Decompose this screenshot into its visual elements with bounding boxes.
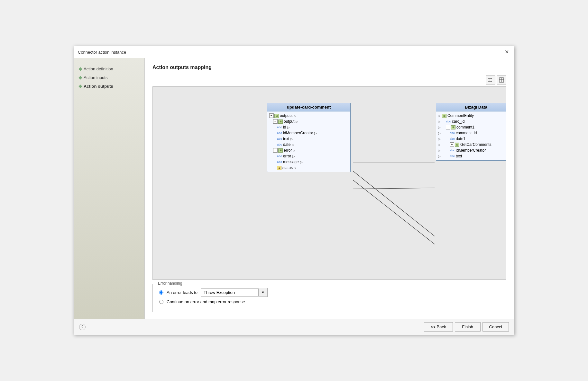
expand-icon[interactable]: − [269,113,274,118]
abc-icon: abc [450,137,455,141]
port-arrow: ▷ [294,166,297,170]
sidebar-label-action-definition: Action definition [84,66,113,71]
table-view-btn[interactable] [497,75,506,84]
tree-row: − ⊞ output ▷ [267,119,350,124]
port-arrow: ▷ [290,137,293,141]
expand-icon[interactable]: − [273,148,278,153]
svg-marker-3 [491,78,492,79]
box-icon: ⊞ [278,148,283,153]
dialog-body: Action definition Action inputs Action o… [74,58,514,319]
node-label: idMemberCreator [283,131,313,135]
tree-row: abc id ▷ [267,124,350,130]
box-icon: ⊞ [274,114,279,118]
box-icon: ⊞ [442,114,446,118]
sidebar-label-action-outputs: Action outputs [84,84,113,89]
tree-row: abc idMemberCreator ▷ [267,130,350,136]
close-button[interactable]: ✕ [503,49,510,55]
tree-row: abc text ▷ [267,136,350,142]
help-button[interactable]: ? [79,324,86,330]
node-label: output [284,119,294,124]
help-icon-label: ? [81,325,84,329]
tree-row: 1 status ▷ [267,165,350,171]
radio-continue-on-error[interactable] [159,300,163,304]
connector-action-dialog: Connector action instance ✕ Action defin… [74,46,514,335]
dropdown-arrow-btn[interactable]: ▼ [259,288,268,297]
table-icon [499,77,504,83]
mapping-canvas: update-card-comment − ⊞ outputs ▷ [153,87,506,279]
num-icon: 1 [277,166,281,170]
error-handling-panel: Error handling An error leads to Throw E… [152,284,506,312]
right-node-body: ▷ ⊞ CommentEntity ▷ abc card_id [436,111,506,160]
sidebar-item-action-outputs[interactable]: Action outputs [79,82,139,91]
error-dropdown: Throw Exception Continue on error ▼ [201,288,268,297]
left-node-header: update-card-comment [267,103,350,111]
abc-icon: abc [450,131,455,135]
mapping-icon [488,77,493,83]
abc-icon: abc [277,143,282,147]
error-handling-legend: Error handling [157,281,183,286]
node-label: text [283,137,289,141]
toolbar [152,75,506,84]
tree-row: ▷ abc text [436,153,506,159]
node-label: outputs [280,113,292,118]
left-node-body: − ⊞ outputs ▷ − ⊞ output ▷ [267,111,350,172]
page-title: Action outputs mapping [152,65,506,70]
radio-row-1: An error leads to Throw Exception Contin… [159,288,500,297]
footer-left: ? [79,324,86,330]
abc-icon: abc [277,160,282,164]
tree-row: ▷ − ⊞ comment1 [436,124,506,130]
right-node: Bizagi Data ▷ ⊞ CommentEntity [436,103,506,161]
node-label: idMemberCreator [456,148,486,153]
expand-icon[interactable]: − [273,119,278,124]
tree-row: ▷ abc comment_id [436,130,506,136]
node-label: error [283,154,291,158]
port-arrow-left: ▷ [438,149,441,152]
port-arrow-left: ▷ [438,143,441,146]
node-label: date1 [456,137,465,141]
tree-row: abc date ▷ [267,142,350,147]
expand-icon[interactable]: + [450,142,454,147]
box-icon: ⊞ [455,143,459,147]
radio-label-1: An error leads to [167,290,198,295]
port-arrow: ▷ [300,160,303,164]
abc-icon: abc [450,148,455,153]
finish-button[interactable]: Finish [455,322,481,332]
node-label: text [456,154,462,158]
tree-row: ▷ abc card_id [436,119,506,124]
svg-line-10 [353,171,435,236]
port-arrow: ▷ [314,131,317,135]
node-label: message [283,160,299,164]
svg-line-11 [353,180,435,244]
port-arrow: ▷ [296,120,298,123]
port-arrow: ▷ [292,155,295,158]
node-label: error [284,148,292,153]
radio-label-2: Continue on error and map error response [167,299,245,304]
mapping-view-btn[interactable] [486,75,495,84]
back-button[interactable]: << Back [424,322,453,332]
box-icon: ⊞ [278,120,283,124]
sidebar-item-action-definition[interactable]: Action definition [79,65,139,73]
svg-marker-4 [489,79,490,81]
node-label: comment_id [456,131,477,135]
abc-icon: abc [450,154,455,158]
svg-line-12 [353,188,435,189]
expand-icon[interactable]: − [446,125,450,129]
tree-row: ▷ abc idMemberCreator [436,147,506,153]
sidebar-item-action-inputs[interactable]: Action inputs [79,73,139,82]
port-arrow-left: ▷ [438,126,441,129]
abc-icon: abc [446,120,451,124]
dialog-title: Connector action instance [78,50,126,55]
radio-error-leads-to[interactable] [159,290,163,295]
dialog-titlebar: Connector action instance ✕ [74,46,514,58]
footer-buttons: << Back Finish Cancel [424,322,509,332]
error-select[interactable]: Throw Exception Continue on error [201,288,259,297]
left-node: update-card-comment − ⊞ outputs ▷ [267,103,351,172]
node-label: comment1 [456,125,474,129]
node-label: card_id [452,119,464,124]
port-arrow: ▷ [294,114,296,118]
tree-row: − ⊞ outputs ▷ [267,113,350,119]
cancel-button[interactable]: Cancel [482,322,509,332]
node-label: id [283,125,286,129]
port-arrow-left: ▷ [438,114,441,118]
port-arrow-left: ▷ [438,155,441,158]
